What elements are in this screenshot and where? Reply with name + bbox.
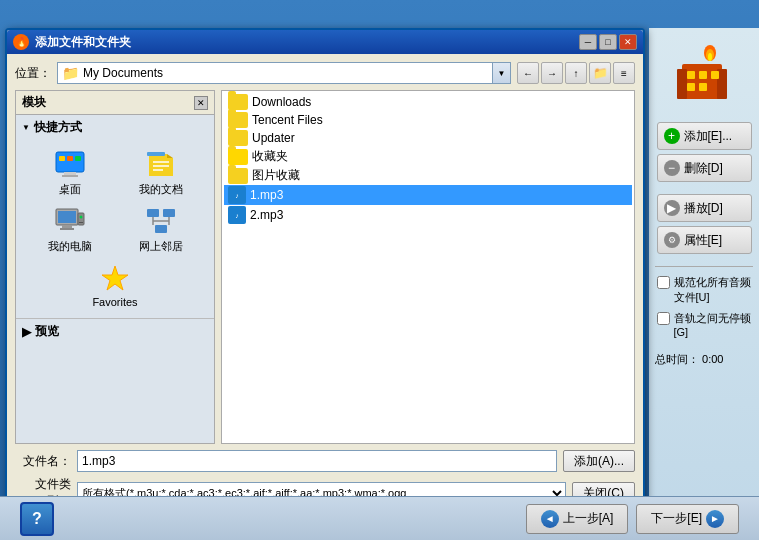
panel-close-button[interactable]: ✕ (194, 96, 208, 110)
next-step-label: 下一步[E] (651, 510, 702, 527)
svg-rect-0 (682, 64, 722, 99)
properties-button[interactable]: ⚙ 属性[E] (657, 226, 752, 254)
file-name: 2.mp3 (250, 208, 283, 222)
file-name: 图片收藏 (252, 167, 300, 184)
up-nav-button[interactable]: ↑ (565, 62, 587, 84)
file-item[interactable]: 收藏夹 (224, 147, 632, 166)
file-item[interactable]: ♪2.mp3 (224, 205, 632, 225)
view-button[interactable]: ≡ (613, 62, 635, 84)
next-arrow-icon: ► (706, 510, 724, 528)
back-arrow-icon: ◄ (541, 510, 559, 528)
divider (655, 266, 753, 267)
svg-point-10 (708, 53, 712, 61)
location-label: 位置： (15, 65, 51, 82)
add-file-button[interactable]: 添加(A)... (563, 450, 635, 472)
right-sidebar: + 添加[E]... − 删除[D] ▶ 播放[D] ⚙ 属性[E] 规范化所有… (649, 28, 759, 528)
mp3-icon: ♪ (228, 186, 246, 204)
no-pause-checkbox[interactable] (657, 312, 670, 325)
preview-header[interactable]: ▶ 预览 (22, 323, 208, 340)
normalize-label: 规范化所有音频文件[U] (674, 275, 752, 305)
svg-rect-16 (67, 156, 73, 161)
svg-rect-7 (699, 83, 707, 91)
add-button-label: 添加[E]... (684, 128, 733, 145)
file-name: 1.mp3 (250, 188, 283, 202)
location-combo[interactable]: 📁 My Documents (57, 62, 493, 84)
filename-row: 文件名： 添加(A)... (15, 450, 635, 472)
file-item[interactable]: 图片收藏 (224, 166, 632, 185)
file-name: Downloads (252, 95, 311, 109)
svg-rect-25 (58, 211, 76, 223)
back-nav-button[interactable]: ← (517, 62, 539, 84)
main-area: 模块 ✕ ▼ 快捷方式 (15, 90, 635, 444)
shortcuts-label: 快捷方式 (34, 119, 82, 136)
my-computer-label: 我的电脑 (48, 239, 92, 254)
file-item[interactable]: Tencent Files (224, 111, 632, 129)
svg-rect-31 (147, 209, 159, 217)
svg-rect-33 (155, 225, 167, 233)
close-button[interactable]: ✕ (619, 34, 637, 50)
file-item[interactable]: Updater (224, 129, 632, 147)
help-button[interactable]: ? (20, 502, 54, 536)
bottom-nav: ? ◄ 上一步[A] 下一步[E] ► (0, 496, 759, 540)
minimize-button[interactable]: ─ (579, 34, 597, 50)
remove-button[interactable]: − 删除[D] (657, 154, 752, 182)
filename-input[interactable] (77, 450, 557, 472)
nav-center-buttons: ◄ 上一步[A] 下一步[E] ► (526, 504, 739, 534)
file-item[interactable]: ♪1.mp3 (224, 185, 632, 205)
shortcuts-header[interactable]: ▼ 快捷方式 (22, 119, 208, 136)
normalize-checkbox[interactable] (657, 276, 670, 289)
play-button[interactable]: ▶ 播放[D] (657, 194, 752, 222)
location-value: My Documents (83, 66, 163, 80)
shortcut-desktop[interactable]: 桌面 (26, 146, 113, 199)
shortcuts-arrow: ▼ (22, 123, 30, 132)
special-folder-icon (228, 149, 248, 165)
shortcut-network[interactable]: 网上邻居 (117, 203, 204, 256)
no-pause-label: 音轨之间无停顿[G] (674, 311, 752, 338)
svg-rect-13 (64, 172, 76, 175)
forward-nav-button[interactable]: → (541, 62, 563, 84)
total-time: 总时间： 0:00 (655, 352, 723, 367)
shortcut-my-computer[interactable]: 我的电脑 (26, 203, 113, 256)
file-name: 收藏夹 (252, 148, 288, 165)
total-time-label: 总时间： (655, 353, 699, 365)
location-combo-arrow[interactable]: ▼ (493, 62, 511, 84)
back-step-button[interactable]: ◄ 上一步[A] (526, 504, 629, 534)
my-docs-label: 我的文档 (139, 182, 183, 197)
folder-icon (228, 112, 248, 128)
filename-label: 文件名： (15, 453, 71, 470)
dialog-title: 添加文件和文件夹 (35, 34, 579, 51)
svg-rect-11 (56, 152, 84, 172)
add-icon: + (664, 128, 680, 144)
add-button[interactable]: + 添加[E]... (657, 122, 752, 150)
total-time-value: 0:00 (702, 353, 723, 365)
maximize-button[interactable]: □ (599, 34, 617, 50)
svg-marker-37 (102, 266, 128, 290)
svg-rect-32 (163, 209, 175, 217)
svg-rect-30 (79, 222, 83, 223)
nav-buttons: ← → ↑ 📁 ≡ (517, 62, 635, 84)
svg-rect-28 (78, 213, 84, 225)
svg-rect-3 (687, 71, 695, 79)
folder-icon (228, 130, 248, 146)
new-folder-button[interactable]: 📁 (589, 62, 611, 84)
no-pause-checkbox-container[interactable]: 音轨之间无停顿[G] (657, 311, 752, 338)
location-bar: 位置： 📁 My Documents ▼ ← → ↑ 📁 ≡ (15, 62, 635, 84)
svg-rect-5 (711, 71, 719, 79)
shortcut-my-docs[interactable]: 我的文档 (117, 146, 204, 199)
svg-rect-26 (62, 225, 72, 228)
preview-section: ▶ 预览 (16, 318, 214, 344)
dialog-body: 位置： 📁 My Documents ▼ ← → ↑ 📁 ≡ 模块 (7, 54, 643, 526)
title-bar: 🔥 添加文件和文件夹 ─ □ ✕ (7, 30, 643, 54)
file-item[interactable]: Downloads (224, 93, 632, 111)
app-logo (669, 36, 739, 106)
normalize-checkbox-container[interactable]: 规范化所有音频文件[U] (657, 275, 752, 305)
next-step-button[interactable]: 下一步[E] ► (636, 504, 739, 534)
title-bar-buttons: ─ □ ✕ (579, 34, 637, 50)
folder-icon (228, 94, 248, 110)
remove-icon: − (664, 160, 680, 176)
file-panel[interactable]: DownloadsTencent FilesUpdater收藏夹图片收藏♪1.m… (221, 90, 635, 444)
network-label: 网上邻居 (139, 239, 183, 254)
preview-label: 预览 (35, 323, 59, 340)
desktop-label: 桌面 (59, 182, 81, 197)
shortcut-favorites[interactable]: Favorites (26, 260, 204, 310)
